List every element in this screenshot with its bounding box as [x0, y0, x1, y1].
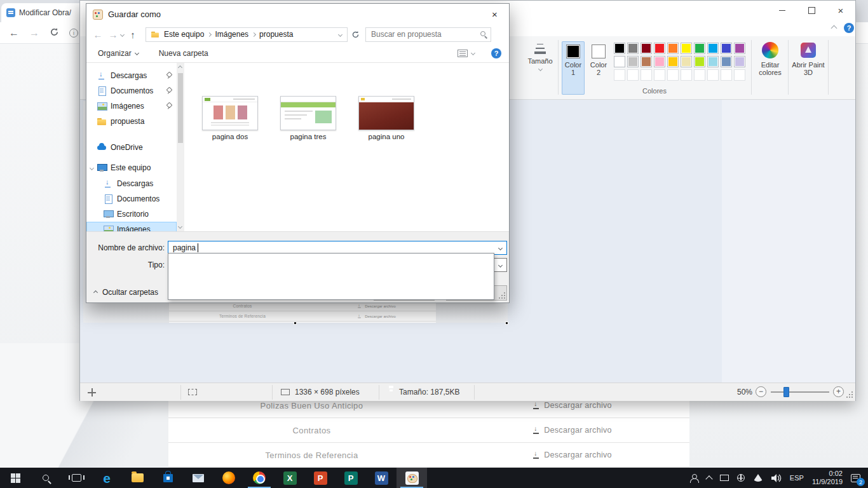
wifi-icon[interactable]	[753, 474, 763, 482]
dialog-close-button[interactable]: ×	[480, 4, 509, 25]
palette-color-swatch[interactable]	[667, 43, 679, 54]
sidebar-item-propuesta[interactable]: propuesta	[86, 114, 177, 129]
palette-empty-slot[interactable]	[667, 69, 679, 81]
zoom-slider[interactable]	[771, 383, 829, 402]
taskbar-firefox[interactable]	[214, 468, 244, 488]
palette-color-swatch[interactable]	[614, 56, 625, 67]
maximize-button[interactable]	[797, 1, 826, 20]
palette-color-swatch[interactable]	[734, 43, 745, 54]
sidebar-item-documentos-sub[interactable]: Documentos	[86, 191, 177, 207]
palette-empty-slot[interactable]	[614, 69, 625, 81]
new-folder-button[interactable]: Nueva carpeta	[154, 47, 214, 60]
canvas-resize-handle-corner[interactable]	[505, 322, 508, 325]
taskbar-mail[interactable]	[183, 468, 214, 488]
address-breadcrumb[interactable]: Este equipo Imágenes propuesta	[146, 27, 348, 42]
download-link[interactable]: Descargar archivo	[455, 451, 689, 459]
palette-empty-slot[interactable]	[721, 69, 732, 81]
connection-icon[interactable]	[720, 475, 729, 481]
language-indicator[interactable]: ESP	[790, 474, 804, 482]
network-globe-icon[interactable]	[737, 474, 745, 482]
clock[interactable]: 0:02 11/9/2019	[812, 470, 843, 486]
taskbar-store[interactable]	[153, 468, 183, 488]
nav-history-chevron-icon[interactable]	[120, 32, 125, 36]
sidebar-item-documentos[interactable]: Documentos	[86, 83, 177, 98]
breadcrumb-item[interactable]: Imágenes	[215, 30, 248, 39]
palette-color-swatch[interactable]	[614, 43, 625, 54]
collapse-ribbon-icon[interactable]	[831, 25, 837, 32]
palette-empty-slot[interactable]	[707, 69, 719, 81]
scrollbar-thumb[interactable]	[178, 73, 183, 143]
dialog-help-icon[interactable]: ?	[491, 48, 501, 58]
taskbar-powerpoint[interactable]	[305, 468, 336, 488]
palette-color-swatch[interactable]	[627, 56, 639, 67]
taskbar-word[interactable]	[366, 468, 397, 488]
palette-empty-slot[interactable]	[654, 69, 665, 81]
taskbar-paint[interactable]	[397, 468, 427, 488]
sidebar-item-descargas-sub[interactable]: Descargas	[86, 176, 177, 191]
sidebar-item-este-equipo[interactable]: Este equipo	[86, 160, 177, 175]
palette-empty-slot[interactable]	[694, 69, 705, 81]
palette-color-swatch[interactable]	[654, 43, 665, 54]
sidebar-item-imagenes[interactable]: Imágenes	[86, 98, 177, 114]
palette-empty-slot[interactable]	[681, 69, 692, 81]
palette-color-swatch[interactable]	[641, 56, 652, 67]
expand-chevron-icon[interactable]	[89, 165, 93, 170]
palette-color-swatch[interactable]	[654, 56, 665, 67]
sidebar-item-escritorio[interactable]: Escritorio	[86, 207, 177, 222]
size-button[interactable]: Tamaño	[525, 41, 555, 71]
start-button[interactable]	[0, 468, 31, 488]
tray-expand-icon[interactable]	[705, 475, 712, 482]
nav-forward-icon[interactable]: →	[105, 27, 121, 42]
zoom-slider-thumb[interactable]	[783, 387, 789, 397]
file-pagina-uno[interactable]: pagina uno	[358, 96, 415, 140]
task-view-button[interactable]	[61, 468, 92, 488]
paint-help-icon[interactable]: ?	[844, 23, 854, 33]
palette-color-swatch[interactable]	[681, 56, 692, 67]
browser-tab[interactable]: Modificar Obra/	[1, 3, 84, 22]
nav-back-icon[interactable]: ←	[90, 27, 105, 42]
open-paint3d-button[interactable]: Abrir Paint 3D	[791, 40, 825, 76]
sidebar-scrollbar[interactable]	[177, 63, 184, 231]
taskbar-chrome[interactable]	[244, 468, 275, 488]
sidebar-item-onedrive[interactable]: OneDrive	[86, 140, 177, 155]
minimize-button[interactable]	[768, 1, 797, 20]
filetype-dropdown-button[interactable]	[494, 259, 506, 271]
palette-color-swatch[interactable]	[721, 56, 732, 67]
palette-color-swatch[interactable]	[681, 43, 692, 54]
view-mode-button[interactable]	[452, 48, 480, 59]
search-input[interactable]: Buscar en propuesta	[365, 27, 491, 42]
palette-color-swatch[interactable]	[721, 43, 732, 54]
taskbar-excel[interactable]	[275, 468, 305, 488]
browser-reload-icon[interactable]	[50, 27, 59, 39]
palette-color-swatch[interactable]	[707, 43, 719, 54]
site-info-icon[interactable]: i	[69, 29, 78, 37]
palette-empty-slot[interactable]	[641, 69, 652, 81]
palette-empty-slot[interactable]	[627, 69, 639, 81]
sidebar-item-descargas[interactable]: Descargas	[86, 68, 177, 83]
palette-color-swatch[interactable]	[734, 56, 745, 67]
filename-dropdown-button[interactable]	[494, 242, 506, 254]
edit-colors-button[interactable]: Editar colores	[754, 40, 786, 76]
scroll-down-icon[interactable]	[178, 224, 182, 229]
address-dropdown-icon[interactable]	[338, 32, 342, 36]
download-link[interactable]: Descargar archivo	[455, 401, 689, 410]
taskbar-edge[interactable]: e	[92, 468, 122, 488]
dialog-resize-grip[interactable]	[499, 292, 506, 300]
taskbar-file-explorer[interactable]	[122, 468, 153, 488]
browser-back-icon[interactable]: ←	[9, 28, 19, 38]
file-pagina-dos[interactable]: pagina dos	[201, 96, 259, 140]
palette-empty-slot[interactable]	[734, 69, 745, 81]
palette-color-swatch[interactable]	[641, 43, 652, 54]
taskbar-publisher[interactable]	[336, 468, 366, 488]
breadcrumb-item[interactable]: propuesta	[259, 30, 293, 39]
hide-folders-button[interactable]: Ocultar carpetas	[94, 288, 158, 297]
nav-up-icon[interactable]: ↑	[125, 27, 140, 42]
canvas-resize-handle-bottom[interactable]	[294, 322, 297, 325]
close-button[interactable]: ×	[826, 1, 855, 20]
palette-color-swatch[interactable]	[694, 43, 705, 54]
palette-color-swatch[interactable]	[627, 43, 639, 54]
download-link[interactable]: Descargar archivo	[455, 426, 689, 435]
volume-icon[interactable]	[771, 474, 782, 482]
zoom-out-button[interactable]: −	[756, 386, 766, 397]
dialog-titlebar[interactable]: Guardar como ×	[86, 4, 509, 25]
